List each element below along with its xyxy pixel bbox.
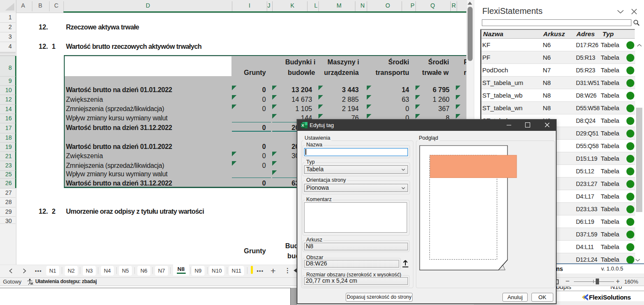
- svg-text:X: X: [302, 123, 304, 127]
